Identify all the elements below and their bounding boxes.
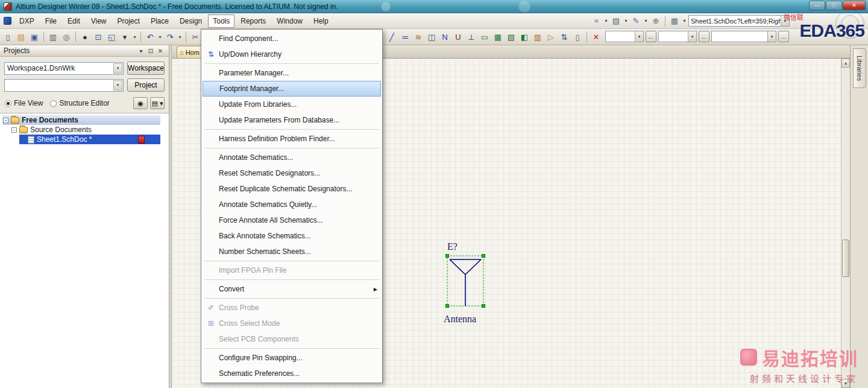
panel-menu-arrow-icon[interactable]: ▾ [136, 48, 146, 54]
document-compare-icon[interactable]: ▯ [571, 31, 583, 43]
canvas-vertical-scrollbar[interactable]: ▲ ▼ [841, 59, 850, 388]
menubar-item-file[interactable]: File [40, 14, 61, 28]
mixed-signal-simulation-icon[interactable]: ≈ [590, 15, 602, 27]
delete-icon[interactable]: ✕ [590, 31, 602, 43]
toolbar-combo-2[interactable]: ▾ [658, 31, 697, 42]
mixed-signal-simulation-icon-dropdown[interactable]: ▾ [603, 18, 609, 24]
place-vcc-power-port-icon[interactable]: U [452, 31, 464, 43]
component-name-label[interactable]: Antenna [444, 314, 476, 325]
tools-menu-item-find-component[interactable]: Find Component... [203, 31, 381, 46]
file-view-radio[interactable]: File View [5, 99, 43, 107]
menubar-item-design[interactable]: Design [175, 14, 207, 28]
place-device-sheet-icon[interactable]: ▦ [492, 31, 504, 43]
place-signal-harness-icon[interactable]: ≋ [412, 31, 424, 43]
menubar-item-reports[interactable]: Reports [236, 14, 271, 28]
maximize-button[interactable]: □ [826, 1, 842, 10]
document-address-combo[interactable]: Sheet1.SchDoc?Left=359;Right= ▾ [688, 15, 790, 27]
tools-menu-item-footprint-manager[interactable]: Footprint Manager... [203, 81, 381, 97]
chevron-down-icon[interactable]: ▾ [113, 63, 122, 74]
undo-icon[interactable]: ↶ [144, 31, 156, 43]
tools-menu-item-annotate-schematics-quietly[interactable]: Annotate Schematics Quietly... [203, 197, 381, 212]
tools-menu-item-harness-definition-problem-finder[interactable]: Harness Definition Problem Finder... [203, 131, 381, 147]
tools-menu-item-configure-pin-swapping[interactable]: Configure Pin Swapping... [203, 350, 381, 366]
chevron-down-icon[interactable]: ▾ [688, 31, 696, 42]
project-button[interactable]: Project [127, 78, 165, 92]
tree-item-source-documents[interactable]: -Source Documents [0, 125, 169, 135]
print-icon[interactable]: ▥ [47, 31, 59, 43]
scroll-up-icon[interactable]: ▲ [841, 59, 850, 68]
redo-icon-dropdown[interactable]: ▾ [177, 34, 183, 40]
menubar-item-project[interactable]: Project [113, 14, 145, 28]
tools-menu-item-update-from-libraries[interactable]: Update From Libraries... [203, 97, 381, 112]
document-report-icon[interactable]: ▤ [610, 15, 622, 27]
place-bus-icon[interactable]: ═ [399, 31, 411, 43]
tools-menu-item-force-annotate-all-schematics[interactable]: Force Annotate All Schematics... [203, 212, 381, 228]
place-part-icon[interactable]: ◫ [426, 31, 438, 43]
tools-menu-item-reset-schematic-designators[interactable]: Reset Schematic Designators... [203, 165, 381, 181]
toolbar-combo-1[interactable]: ▾ [605, 31, 644, 42]
place-sheet-symbol-icon[interactable]: ▭ [479, 31, 491, 43]
zoom-options-arrow[interactable]: ▾ [119, 31, 131, 43]
tab-libraries[interactable]: Libraries [853, 48, 866, 88]
open-project-icon[interactable]: ● [79, 31, 91, 43]
menubar-item-window[interactable]: Window [272, 14, 307, 28]
tools-menu-item-up-down-hierarchy[interactable]: ⇅Up/Down Hierarchy [203, 46, 381, 62]
grid-settings-icon-dropdown[interactable]: ▾ [682, 18, 687, 24]
navigate-compile-icon[interactable]: ⇅ [558, 31, 570, 43]
place-wire-icon[interactable]: ╱ [386, 31, 398, 43]
open-document-icon[interactable]: ▤ [15, 31, 27, 43]
tree-item-sheet1-schdoc[interactable]: Sheet1.SchDoc * [0, 135, 169, 144]
tree-item-free-documents[interactable]: -Free Documents [0, 115, 169, 125]
menubar-item-tools[interactable]: Tools [208, 14, 234, 28]
zoom-fit-icon[interactable]: ◱ [105, 31, 118, 43]
schematic-component-antenna[interactable]: E? Antenna [442, 241, 503, 325]
workspace-button[interactable]: Workspace [127, 62, 165, 75]
tools-menu-item-reset-duplicate-schematic-designators[interactable]: Reset Duplicate Schematic Designators... [203, 181, 381, 197]
chevron-down-icon[interactable]: ▾ [113, 80, 122, 91]
tools-menu-item-back-annotate-schematics[interactable]: Back Annotate Schematics... [203, 228, 381, 244]
titlebar[interactable]: Altium Designer Winter 09 - Sheet1.SchDo… [0, 0, 868, 13]
scrollbar-thumb[interactable] [842, 240, 849, 277]
project-combo[interactable]: ▾ [4, 79, 124, 92]
save-icon[interactable]: ▣ [28, 31, 40, 43]
place-net-label-icon[interactable]: N [439, 31, 451, 43]
documents-explorer-icon[interactable]: ▤ ▾ [150, 97, 165, 109]
tree-expander-icon[interactable]: - [11, 127, 17, 133]
tools-menu-item-parameter-manager[interactable]: Parameter Manager... [203, 65, 381, 81]
toolbar-browse-button-2[interactable]: ... [699, 31, 709, 42]
menubar-item-place[interactable]: Place [146, 14, 174, 28]
chevron-down-icon[interactable]: ▾ [635, 31, 643, 42]
place-sheet-entry-icon[interactable]: ◧ [518, 31, 530, 43]
new-document-icon[interactable]: ▯ [2, 31, 14, 43]
workspace-combo[interactable]: Workspace1.DsnWrk ▾ [4, 62, 124, 75]
chevron-down-icon[interactable]: ▾ [781, 16, 789, 26]
tools-menu-item-schematic-preferences[interactable]: Schematic Preferences... [203, 366, 381, 381]
menubar-item-help[interactable]: Help [309, 14, 333, 28]
place-c-code-symbol-icon[interactable]: ▧ [505, 31, 517, 43]
annotate-tool-icon-dropdown[interactable]: ▾ [643, 18, 649, 24]
zoom-area-icon[interactable]: ⊡ [92, 31, 104, 43]
place-port-icon[interactable]: ▷ [545, 31, 557, 43]
tools-menu-item-update-parameters-from-database[interactable]: Update Parameters From Database... [203, 112, 381, 128]
undo-icon-dropdown[interactable]: ▾ [157, 34, 163, 40]
panel-pin-icon[interactable]: ⊡ [146, 48, 156, 54]
close-button[interactable]: ✕ [843, 1, 866, 10]
place-gnd-power-port-icon[interactable]: ⊥ [465, 31, 477, 43]
menubar-item-view[interactable]: View [86, 14, 112, 28]
chevron-down-icon[interactable]: ▾ [767, 31, 776, 42]
structure-editor-radio[interactable]: Structure Editor [50, 99, 109, 107]
menubar-item-dxp[interactable]: DXP [14, 14, 39, 28]
tools-menu-item-number-schematic-sheets[interactable]: Number Schematic Sheets... [203, 244, 381, 259]
zoom-options-arrow-dropdown[interactable]: ▾ [132, 34, 137, 40]
compile-navigator-icon[interactable]: ◉ [133, 97, 148, 109]
toolbar-browse-button-3[interactable]: ... [778, 31, 789, 42]
configure-tool-icon[interactable]: ⊕ [650, 15, 662, 27]
tools-menu-item-convert[interactable]: Convert▶ [203, 281, 381, 297]
tree-expander-icon[interactable]: - [3, 118, 8, 123]
minimize-button[interactable]: — [809, 1, 825, 10]
component-designator[interactable]: E? [447, 241, 458, 252]
annotate-tool-icon[interactable]: ✎ [630, 15, 642, 27]
menubar-item-edit[interactable]: Edit [63, 14, 85, 28]
redo-icon[interactable]: ↷ [164, 31, 176, 43]
place-harness-entry-icon[interactable]: ▥ [532, 31, 544, 43]
